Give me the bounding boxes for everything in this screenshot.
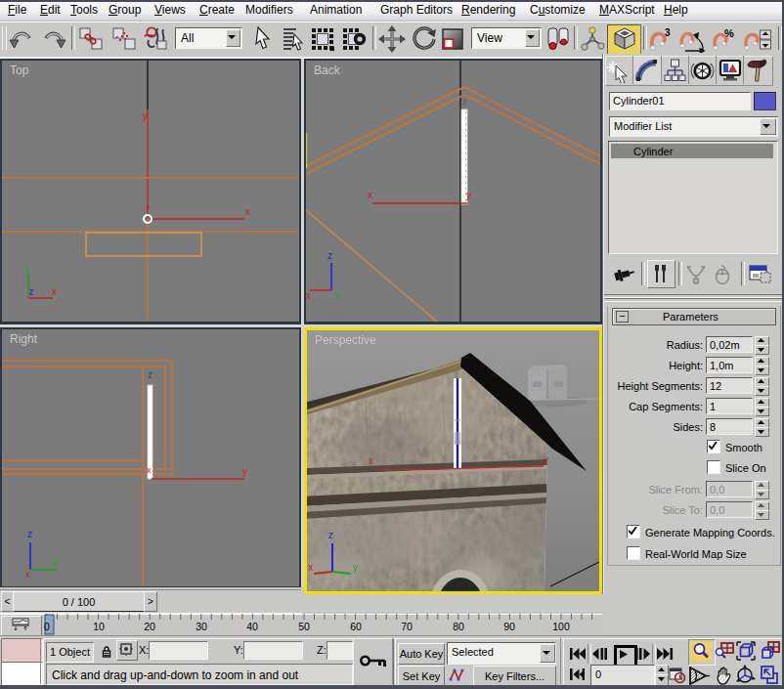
svg-text:z: z	[327, 250, 332, 261]
svg-text:y: y	[544, 454, 548, 465]
svg-text:x: x	[25, 569, 30, 580]
svg-text:90: 90	[503, 621, 515, 632]
svg-text:x: x	[369, 455, 373, 466]
svg-text:y: y	[334, 289, 339, 300]
svg-text:z: z	[29, 286, 34, 297]
svg-text:x: x	[52, 286, 57, 297]
svg-text:y: y	[242, 466, 247, 477]
svg-text:y: y	[466, 190, 471, 200]
svg-text:40: 40	[246, 621, 258, 632]
svg-text:y: y	[353, 562, 358, 573]
svg-text:20: 20	[144, 621, 155, 632]
svg-text:z: z	[328, 530, 333, 540]
svg-text:x: x	[308, 562, 313, 573]
svg-text:60: 60	[350, 621, 362, 632]
svg-text:Perspective: Perspective	[315, 333, 376, 347]
svg-text:70: 70	[401, 621, 413, 632]
svg-text:y: y	[53, 557, 58, 568]
svg-text:z: z	[462, 97, 467, 107]
svg-text:100: 100	[552, 621, 570, 632]
svg-text:x: x	[368, 190, 372, 200]
svg-text:50: 50	[298, 621, 310, 632]
svg-text:30: 30	[196, 621, 207, 632]
svg-text:x: x	[245, 206, 250, 217]
svg-text:z: z	[148, 369, 152, 380]
svg-text:80: 80	[453, 621, 464, 632]
svg-text:x: x	[147, 465, 152, 475]
svg-text:x: x	[306, 290, 311, 301]
svg-text:z: z	[27, 529, 32, 539]
svg-text:y: y	[24, 263, 29, 274]
svg-text:y: y	[143, 110, 148, 121]
svg-text:0: 0	[44, 621, 50, 632]
svg-text:%: %	[724, 27, 734, 39]
svg-text:Top: Top	[10, 64, 29, 77]
svg-text:Right: Right	[10, 332, 38, 346]
svg-text:3: 3	[665, 27, 671, 38]
svg-text:Back: Back	[314, 64, 341, 77]
svg-text:10: 10	[93, 621, 105, 632]
